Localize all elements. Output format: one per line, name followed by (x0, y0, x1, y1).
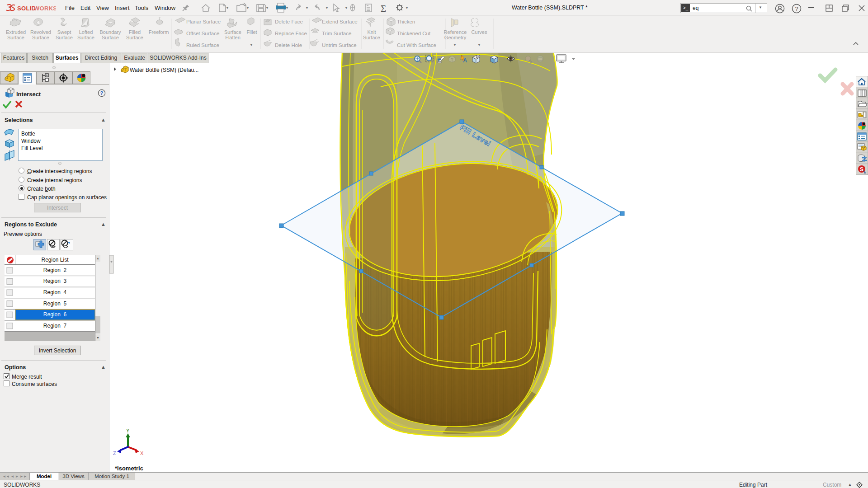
svg-text:Water Bottle (SSM) (Defau...: Water Bottle (SSM) (Defau... (130, 67, 198, 73)
svg-text:*Isometric: *Isometric (115, 465, 143, 472)
svg-text:S: S (860, 166, 863, 173)
svg-text:WORKS: WORKS (34, 5, 56, 12)
svg-text:?: ? (100, 90, 104, 96)
svg-text:SOLID: SOLID (17, 5, 36, 12)
svg-text:Z: Z (113, 450, 116, 456)
svg-text:X: X (140, 450, 144, 456)
svg-text:A: A (463, 57, 467, 64)
svg-text:Y: Y (126, 428, 130, 433)
svg-text:Σ: Σ (381, 3, 386, 14)
svg-text:?: ? (795, 5, 798, 12)
